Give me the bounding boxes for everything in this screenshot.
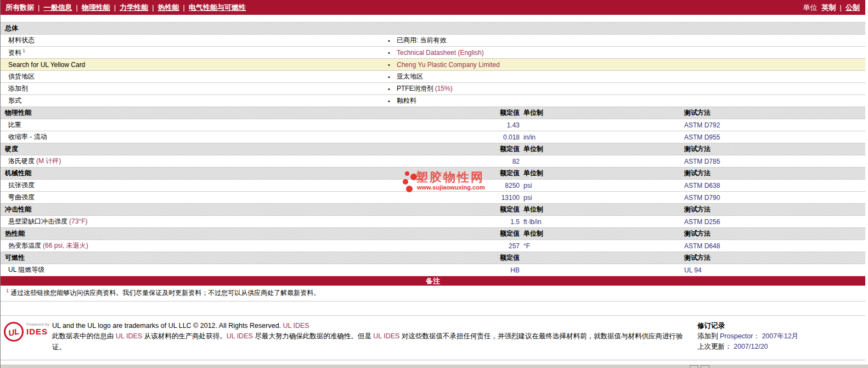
nav-mechanical[interactable]: 力学性能 xyxy=(120,3,148,13)
table-row-izod: 悬壁梁缺口冲击强度(73°F) 1.5 ft·lb/in ASTM D256 xyxy=(1,216,865,228)
nav-separator: | xyxy=(76,3,77,12)
table-row-specific-gravity: 比重 1.43 ASTM D792 xyxy=(1,119,865,131)
nav-electrical-flammability[interactable]: 电气性能与可燃性 xyxy=(189,3,246,13)
table-row-shrinkage: 收缩率 - 流动 0.018 in/in ASTM D955 xyxy=(1,131,865,143)
footer: UL Powered by IDES UL and the UL logo ar… xyxy=(1,315,865,355)
table-row-yellow-card: Search for UL Yellow Card • Cheng Yu Pla… xyxy=(1,59,865,71)
nav-thermal[interactable]: 热性能 xyxy=(158,3,179,13)
ul-ides-link[interactable]: UL IDES xyxy=(373,332,399,340)
nav-all-data[interactable]: 所有数据 xyxy=(5,3,34,13)
nav-separator: | xyxy=(114,3,116,12)
supplier-link[interactable]: Cheng Yu Plastic Company Limited xyxy=(397,61,500,69)
table-row-region: 供货地区 • 亚太地区 xyxy=(1,71,865,83)
table-row-additive: 添加剂 • PTFE润滑剂(15%) xyxy=(1,83,865,95)
revision-updated-row: 上次更新： 2007/12/20 xyxy=(697,342,858,352)
datasheet-page: 所有数据 | 一般信息 | 物理性能 | 力学性能 | 热性能 | 电气性能与可… xyxy=(0,0,865,368)
notes-header-bar: 备注 xyxy=(1,276,865,286)
ul-ides-logo: UL Powered by IDES xyxy=(4,321,52,353)
bullet-icon: • xyxy=(388,98,397,104)
nav-separator: | xyxy=(38,3,40,12)
section-header-flammability: 可燃性 额定值 测试方法 xyxy=(1,252,865,264)
ides-logo-text: IDES xyxy=(26,327,49,336)
ul-ides-link[interactable]: UL IDES xyxy=(116,332,142,340)
nav-separator: | xyxy=(152,3,154,12)
table-row-hdt: 热变形温度(66 psi, 未退火) 257 °F ASTM D648 xyxy=(1,240,865,252)
footnote-marker: 1 xyxy=(6,288,9,293)
table-row-ul-rating: UL 阻燃等级 HB UL 94 xyxy=(1,264,865,276)
footer-disclaimer: UL and the UL logo are trademarks of UL … xyxy=(52,321,689,353)
ul-ides-link[interactable]: UL IDES xyxy=(227,332,253,340)
revision-title: 修订记录 xyxy=(697,321,858,331)
section-header-impact: 冲击性能 额定值 单位制 测试方法 xyxy=(1,204,865,216)
bullet-icon: • xyxy=(388,37,397,44)
nav-physical[interactable]: 物理性能 xyxy=(82,3,110,13)
top-nav-bar: 所有数据 | 一般信息 | 物理性能 | 力学性能 | 热性能 | 电气性能与可… xyxy=(1,0,865,15)
footnote-ref: 1 xyxy=(22,48,25,53)
table-row-material-status: 材料状态 • 已商用: 当前有效 xyxy=(1,35,865,47)
table-row-form: 形式 • 颗粒料 xyxy=(1,95,865,107)
table-row-tensile: 抗张强度 8250 psi ASTM D638 xyxy=(1,180,865,192)
unit-english-toggle[interactable]: 英制 xyxy=(822,3,836,13)
table-row-flexural: 弯曲强度 13100 psi ASTM D790 xyxy=(1,192,865,204)
property-table: 总体 材料状态 • 已商用: 当前有效 资料1 • Technical Data… xyxy=(1,22,865,276)
table-row-rockwell: 洛氏硬度(M 计秤) 82 ASTM D785 xyxy=(1,155,865,168)
nav-separator: | xyxy=(183,3,185,12)
bullet-icon: • xyxy=(388,49,397,56)
section-header-physical: 物理性能 额定值 单位制 测试方法 xyxy=(1,107,865,119)
scrollbar-box[interactable] xyxy=(701,365,709,368)
section-header-general: 总体 xyxy=(1,23,865,35)
section-header-hardness: 硬度 额定值 单位制 测试方法 xyxy=(1,143,865,155)
nav-separator: | xyxy=(840,3,842,12)
datasheet-link[interactable]: Technical Datasheet (English) xyxy=(397,49,484,57)
bullet-icon: • xyxy=(388,62,397,68)
scrollbar-box[interactable] xyxy=(690,365,698,368)
ul-logo-icon: UL xyxy=(2,320,26,344)
table-row-availability: 资料1 • Technical Datasheet (English) xyxy=(1,47,865,59)
powered-by-label: Powered by xyxy=(26,322,49,327)
ul-ides-link[interactable]: UL IDES xyxy=(283,322,309,330)
unit-metric-toggle[interactable]: 公制 xyxy=(846,3,860,13)
nav-general-info[interactable]: 一般信息 xyxy=(43,3,72,13)
footnote-text: 1 通过这些链接您能够访问供应商资料。我们尽量保证及时更新资料；不过您可以从供应… xyxy=(1,286,865,302)
revision-record: 修订记录 添加到 Prospector： 2007年12月 上次更新： 2007… xyxy=(697,321,858,353)
section-header-thermal: 热性能 额定值 单位制 测试方法 xyxy=(1,228,865,240)
revision-added-row: 添加到 Prospector： 2007年12月 xyxy=(697,331,858,342)
bullet-icon: • xyxy=(388,86,397,92)
section-header-mechanical: 机械性能 额定值 单位制 测试方法 xyxy=(1,168,865,180)
bullet-icon: • xyxy=(388,74,397,80)
units-label: 单位 xyxy=(803,3,818,13)
bottom-scrollbar-strip[interactable] xyxy=(1,364,868,368)
